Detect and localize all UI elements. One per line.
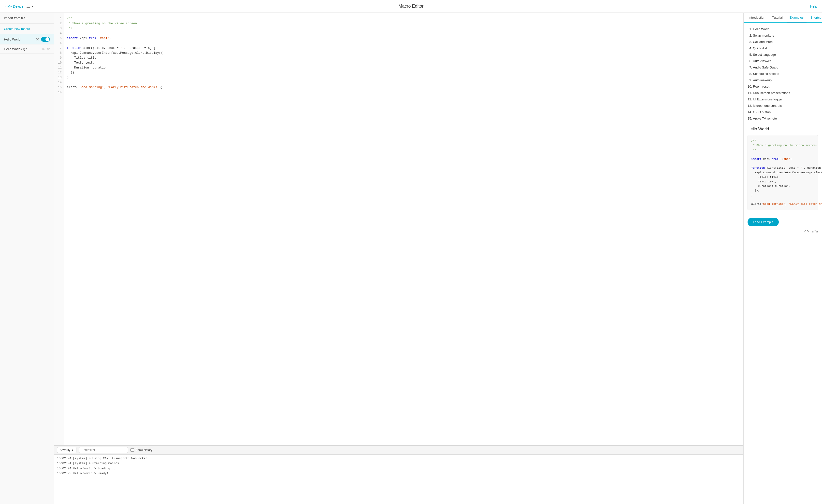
severity-chevron-icon: ▼ (71, 449, 74, 451)
main-layout: Import from file... Create new macro Hel… (0, 13, 822, 504)
severity-label: Severity (60, 448, 70, 452)
macro-name-1: Hello World (1) * (4, 47, 27, 51)
sidebar: Import from file... Create new macro Hel… (0, 13, 54, 504)
hamburger-button[interactable]: ☰ ▼ (26, 4, 34, 9)
example-item-1[interactable]: Hello World (753, 26, 818, 32)
example-section: Hello World /** * Show a greeting on the… (748, 127, 818, 233)
show-history-text: Show history (135, 448, 152, 452)
log-entry-2: 15:02:04 [system] > Starting macros... (57, 461, 740, 466)
expand-icon[interactable]: ↗↖ (803, 229, 810, 233)
filter-input[interactable] (79, 447, 128, 453)
log-entry-3: 15:02:04 Hello World > Loading... (57, 466, 740, 471)
example-item-14[interactable]: GPIO button (753, 109, 818, 115)
back-link[interactable]: ‹ My Device (5, 4, 23, 8)
show-history-checkbox[interactable] (130, 448, 134, 452)
code-editor[interactable]: 12345 678910 1112131415 16 /** * Show a … (54, 13, 743, 445)
example-item-2[interactable]: Swap monitors (753, 32, 818, 39)
import-label: Import from file... (4, 16, 28, 20)
show-history-label[interactable]: Show history (130, 448, 152, 452)
example-item-3[interactable]: Call and Mute (753, 39, 818, 45)
log-toolbar: Severity ▼ Show history (54, 446, 743, 455)
back-label: My Device (7, 4, 23, 8)
macro-icons: ⚒ (36, 37, 50, 42)
export-icon[interactable]: ⇅ (42, 47, 45, 51)
severity-button[interactable]: Severity ▼ (57, 447, 76, 453)
chevron-left-icon: ‹ (5, 5, 6, 8)
editor-area: 12345 678910 1112131415 16 /** * Show a … (54, 13, 743, 504)
macro-name: Hello World (4, 38, 20, 41)
example-item-9[interactable]: Auto-wakeup (753, 77, 818, 83)
example-item-13[interactable]: Microphone controls (753, 103, 818, 109)
right-content: Hello World Swap monitors Call and Mute … (744, 23, 822, 504)
example-item-7[interactable]: Audio Safe Guard (753, 64, 818, 71)
right-panel: Introduction Tutorial Examples Shortcuts… (743, 13, 822, 504)
log-entry-4: 15:02:05 Hello World > Ready! (57, 471, 740, 476)
compress-icon[interactable]: ↙↘ (812, 229, 818, 233)
wrench-icon[interactable]: ⚒ (36, 37, 39, 41)
create-label: Create new macro (4, 27, 30, 31)
example-item-8[interactable]: Scheduled actions (753, 71, 818, 77)
line-numbers: 12345 678910 1112131415 16 (54, 13, 64, 445)
example-item-6[interactable]: Auto Answer (753, 58, 818, 64)
header-left: ‹ My Device ☰ ▼ (5, 4, 34, 9)
tab-tutorial[interactable]: Tutorial (769, 13, 786, 23)
example-item-15[interactable]: Apple TV remote (753, 115, 818, 122)
load-example-button[interactable]: Load Example (748, 218, 779, 226)
example-item-11[interactable]: Dual screen presentations (753, 90, 818, 96)
expand-icons: ↗↖ ↙↘ (748, 229, 818, 233)
macro-item-hello-world[interactable]: Hello World ⚒ (0, 34, 54, 44)
examples-list: Hello World Swap monitors Call and Mute … (748, 26, 818, 122)
example-item-5[interactable]: Select language (753, 52, 818, 58)
macro-icons-1: ⇅ ⚒ (42, 47, 50, 51)
hamburger-icon: ☰ (26, 4, 30, 9)
page-title: Macro Editor (398, 4, 423, 9)
tab-examples[interactable]: Examples (787, 13, 807, 23)
example-item-12[interactable]: UI Extensions logger (753, 96, 818, 103)
log-area: Severity ▼ Show history 15:02:04 [system… (54, 445, 743, 504)
code-content[interactable]: /** * Show a greeting on the video scree… (64, 13, 743, 445)
right-tabs: Introduction Tutorial Examples Shortcuts (744, 13, 822, 23)
example-code-box: /** * Show a greeting on the video scree… (748, 135, 818, 210)
dropdown-chevron-icon: ▼ (31, 5, 34, 8)
example-item-10[interactable]: Room reset (753, 83, 818, 90)
wrench-icon-2[interactable]: ⚒ (47, 47, 50, 51)
tab-shortcuts[interactable]: Shortcuts (808, 13, 822, 23)
help-button[interactable]: Help (810, 4, 817, 8)
macro-item-hello-world-1[interactable]: Hello World (1) * ⇅ ⚒ (0, 44, 54, 54)
log-content: 15:02:04 [system] > Using XAPI transport… (54, 455, 743, 504)
example-item-4[interactable]: Quick dial (753, 45, 818, 52)
import-from-file[interactable]: Import from file... (0, 13, 54, 24)
macro-toggle[interactable] (41, 37, 50, 42)
header: ‹ My Device ☰ ▼ Macro Editor Help (0, 0, 822, 13)
example-title: Hello World (748, 127, 818, 132)
log-entry-1: 15:02:04 [system] > Using XAPI transport… (57, 456, 740, 461)
create-new-macro[interactable]: Create new macro (0, 24, 54, 34)
tab-introduction[interactable]: Introduction (746, 13, 768, 23)
